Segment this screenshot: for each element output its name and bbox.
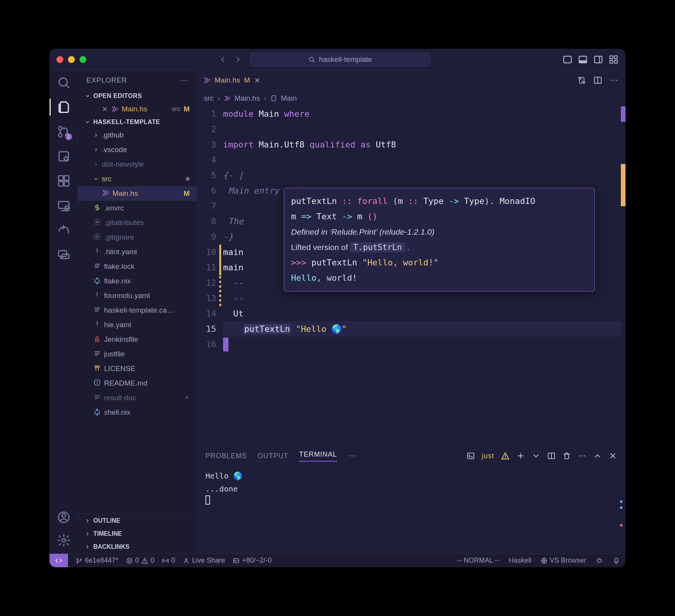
search-icon bbox=[308, 56, 315, 63]
folder-row[interactable]: .github bbox=[78, 128, 197, 142]
toggle-primary-sidebar-icon[interactable] bbox=[562, 55, 572, 65]
svg-point-24 bbox=[62, 514, 65, 517]
language-status[interactable]: Haskell bbox=[509, 556, 531, 565]
remote-explorer-activity[interactable] bbox=[57, 199, 71, 212]
code-area[interactable]: module Main whereimport Main.Utf8 qualif… bbox=[223, 106, 625, 446]
workspace-section[interactable]: HASKELL-TEMPLATE bbox=[78, 116, 197, 128]
nav-forward-icon[interactable] bbox=[234, 55, 242, 64]
svg-point-30 bbox=[96, 235, 98, 237]
toggle-panel-icon[interactable] bbox=[578, 55, 588, 65]
extensions-activity[interactable] bbox=[57, 174, 71, 188]
terminal-body[interactable]: Hello 🌎...done bbox=[197, 465, 625, 553]
maximize-panel-icon[interactable] bbox=[593, 452, 602, 460]
open-editors-section[interactable]: OPEN EDITORS bbox=[78, 90, 197, 102]
diff-status[interactable]: +80/~2/-0 bbox=[233, 556, 271, 565]
accounts-activity[interactable] bbox=[57, 510, 71, 524]
minimap[interactable] bbox=[620, 106, 625, 446]
code-line[interactable] bbox=[223, 152, 622, 168]
nav-back-icon[interactable] bbox=[218, 55, 227, 64]
problems-status[interactable]: 0 0 bbox=[126, 556, 154, 565]
file-row[interactable]: result-doc bbox=[78, 391, 197, 405]
code-line[interactable]: {- | bbox=[223, 168, 622, 183]
split-editor-icon[interactable] bbox=[593, 76, 602, 85]
ports-status[interactable]: 0 bbox=[162, 556, 175, 565]
maximize-window-button[interactable] bbox=[79, 56, 86, 63]
timeline-section[interactable]: TIMELINE bbox=[78, 527, 197, 540]
activity-bar: 1 bbox=[50, 70, 78, 553]
bell-icon[interactable] bbox=[612, 557, 620, 565]
code-line[interactable]: module Main where bbox=[223, 106, 622, 122]
panel-tab-problems[interactable]: PROBLEMS bbox=[205, 452, 247, 460]
file-row[interactable]: shell.nix bbox=[78, 405, 197, 420]
close-icon[interactable] bbox=[102, 106, 108, 112]
panel-tab-terminal[interactable]: TERMINAL bbox=[299, 450, 337, 462]
file-row[interactable]: Jenkinsfile bbox=[78, 332, 197, 347]
editor-tab-active[interactable]: Main.hs M bbox=[197, 70, 267, 90]
terminal-dropdown-icon[interactable] bbox=[532, 452, 540, 460]
remote-indicator[interactable] bbox=[50, 554, 68, 567]
code-line[interactable]: -- bbox=[223, 291, 622, 306]
traffic-lights bbox=[56, 56, 86, 63]
share-activity[interactable] bbox=[57, 223, 71, 237]
more-actions-icon[interactable] bbox=[609, 76, 619, 85]
file-row[interactable]: flake.lock bbox=[78, 259, 197, 274]
code-line[interactable]: putTextLn "Hello 🌎" bbox=[223, 321, 622, 337]
titlebar-right bbox=[562, 55, 619, 65]
file-row[interactable]: Main.hsM bbox=[78, 186, 197, 201]
sidebar-header: EXPLORER bbox=[78, 70, 197, 90]
close-window-button[interactable] bbox=[56, 56, 63, 63]
layout-customize-icon[interactable] bbox=[609, 55, 619, 65]
file-row[interactable]: flake.nix bbox=[78, 274, 197, 288]
file-row[interactable]: .gitignore bbox=[78, 230, 197, 245]
backlinks-section[interactable]: BACKLINKS bbox=[78, 540, 197, 553]
open-editor-item[interactable]: Main.hs src M bbox=[78, 102, 197, 116]
kill-terminal-icon[interactable] bbox=[562, 452, 571, 460]
code-line[interactable]: Ut bbox=[223, 306, 622, 321]
new-terminal-icon[interactable] bbox=[516, 452, 525, 460]
folder-row[interactable]: src bbox=[78, 172, 197, 186]
browser-status[interactable]: VS Browser bbox=[541, 556, 586, 565]
toggle-secondary-sidebar-icon[interactable] bbox=[593, 55, 603, 65]
file-row[interactable]: LICENSE bbox=[78, 361, 197, 376]
run-manager-activity[interactable] bbox=[57, 149, 71, 163]
close-panel-icon[interactable] bbox=[609, 452, 617, 460]
minimize-window-button[interactable] bbox=[68, 56, 75, 63]
svg-point-28 bbox=[186, 80, 187, 81]
svg-rect-8 bbox=[614, 60, 617, 63]
svg-point-43 bbox=[352, 455, 353, 457]
file-row[interactable]: .gitattributes bbox=[78, 215, 197, 230]
file-row[interactable]: hie.yaml bbox=[78, 318, 197, 332]
git-compare-icon[interactable] bbox=[577, 76, 586, 85]
file-row[interactable]: justfile bbox=[78, 347, 197, 361]
sidebar-more-icon[interactable] bbox=[180, 76, 188, 84]
explorer-activity[interactable] bbox=[57, 100, 71, 114]
file-row[interactable]: fourmolu.yaml bbox=[78, 288, 197, 303]
file-row[interactable]: haskell-template.ca… bbox=[78, 303, 197, 318]
breadcrumbs[interactable]: src › Main.hs › Main bbox=[197, 90, 625, 106]
file-row[interactable]: .envrc bbox=[78, 201, 197, 215]
folder-row[interactable]: .vscode bbox=[78, 142, 197, 157]
code-line[interactable] bbox=[223, 337, 622, 352]
command-center[interactable]: haskell-template bbox=[250, 53, 430, 66]
git-branch-status[interactable]: 6e1e8447* bbox=[76, 556, 118, 565]
settings-activity[interactable] bbox=[57, 533, 71, 547]
panel-tab-output[interactable]: OUTPUT bbox=[258, 452, 288, 460]
file-row[interactable]: .hlint.yaml bbox=[78, 245, 197, 259]
panel-more-icon-2[interactable] bbox=[578, 452, 586, 460]
radio-icon bbox=[162, 557, 169, 564]
split-terminal-icon[interactable] bbox=[547, 452, 556, 460]
code-editor[interactable]: 12345678910111213141516 module Main wher… bbox=[197, 106, 625, 446]
search-activity[interactable] bbox=[57, 76, 71, 89]
file-row[interactable]: README.md bbox=[78, 376, 197, 391]
copilot-icon[interactable] bbox=[596, 557, 603, 565]
code-line[interactable]: import Main.Utf8 qualified as Utf8 bbox=[223, 137, 622, 152]
comments-activity[interactable] bbox=[57, 248, 71, 262]
code-line[interactable] bbox=[223, 122, 622, 137]
close-tab-icon[interactable] bbox=[254, 77, 261, 84]
task-name[interactable]: just bbox=[482, 452, 494, 460]
panel-more-icon[interactable] bbox=[348, 452, 356, 460]
folder-row[interactable]: dist-newstyle bbox=[78, 157, 197, 172]
liveshare-status[interactable]: Live Share bbox=[183, 556, 225, 565]
outline-section[interactable]: OUTLINE bbox=[78, 514, 197, 527]
source-control-activity[interactable]: 1 bbox=[57, 125, 71, 139]
